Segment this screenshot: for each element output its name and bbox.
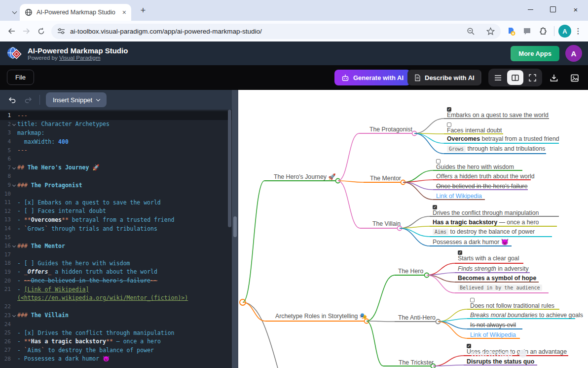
undo-icon[interactable]: [8, 96, 17, 104]
describe-with-ai-button[interactable]: Describe with AI: [407, 70, 481, 85]
mindmap-leaf[interactable]: Believed in by the audience: [458, 284, 542, 291]
mindmap-leaf[interactable]: Is not always evil: [470, 322, 516, 328]
editor-line[interactable]: 26- **Has a tragic backstory** — once a …: [0, 337, 232, 346]
fold-chevron-icon[interactable]: [12, 166, 16, 169]
editor-line[interactable]: 4 maxWidth: 400: [0, 137, 232, 146]
extensions-puzzle-icon[interactable]: [535, 24, 550, 39]
editor-line[interactable]: 14- `Grows` through trials and tribulati…: [0, 224, 232, 233]
download-icon[interactable]: [548, 72, 560, 84]
file-menu-button[interactable]: File: [7, 70, 34, 85]
fullscreen-view-icon[interactable]: [524, 70, 541, 85]
editor-line[interactable]: 22: [0, 302, 232, 311]
editor-line[interactable]: (<https://en.wikipedia.org/wiki/Mentor_(…: [0, 293, 232, 302]
url-bar[interactable]: ai-toolbox.visual-paradigm.com/app/ai-po…: [51, 24, 501, 39]
fold-chevron-icon[interactable]: [12, 244, 16, 247]
mindmap-leaf[interactable]: Link of Wikipedia: [436, 193, 482, 200]
mindmap-node-heros-journey[interactable]: The Hero's Journey 🚀: [274, 173, 336, 180]
mindmap-leaf[interactable]: Finds strength in adversity: [458, 265, 529, 272]
mindmap-leaf[interactable]: Uses deception to gain an advantage: [467, 348, 567, 355]
mindmap-node-villain[interactable]: The Villain: [372, 220, 401, 227]
comment-extension-icon[interactable]: [519, 24, 534, 39]
pane-divider-handle[interactable]: [233, 216, 237, 237]
insert-snippet-button[interactable]: Insert Snippet: [46, 92, 107, 107]
visual-paradigm-link[interactable]: Visual Paradigm: [59, 55, 101, 61]
mindmap-node-trickster[interactable]: The Trickster: [399, 359, 434, 366]
fold-chevron-icon[interactable]: [12, 123, 16, 126]
mindmap-leaf[interactable]: Embarks on a quest to save the world: [447, 112, 549, 119]
new-tab-button[interactable]: +: [137, 4, 149, 16]
editor-line[interactable]: 11- [x] Embarks on a quest to save the w…: [0, 198, 232, 207]
mindmap-leaf[interactable]: Starts with a clear goal: [458, 255, 519, 262]
tab-search-button[interactable]: [8, 6, 21, 16]
editor-line[interactable]: 16### The Mentor: [0, 242, 232, 250]
redo-icon[interactable]: [24, 96, 33, 104]
editor-line[interactable]: 19- _Offers_ a hidden truth about the wo…: [0, 268, 232, 277]
editor-line[interactable]: 7## The Hero's Journey 🚀: [0, 164, 232, 172]
mindmap-leaf[interactable]: Breaks moral boundaries to achieve goals: [470, 312, 583, 319]
forward-button[interactable]: [19, 24, 34, 39]
window-minimize-button[interactable]: [519, 0, 542, 19]
editor-line[interactable]: 2title: Character Archetypes: [0, 120, 232, 129]
mindmap-leaf[interactable]: Faces internal doubt: [447, 127, 502, 134]
url-text[interactable]: ai-toolbox.visual-paradigm.com/app/ai-po…: [70, 28, 458, 35]
editor-scrollbar[interactable]: [228, 110, 231, 227]
editor-line[interactable]: 6: [0, 155, 232, 164]
editor-line[interactable]: 15: [0, 233, 232, 242]
editor-line[interactable]: 27- `Aims` to destroy the balance of pow…: [0, 346, 232, 355]
window-close-button[interactable]: ×: [564, 0, 587, 19]
editor-line[interactable]: 20- ~~Once believed in the hero's failur…: [0, 276, 232, 285]
mindmap-leaf[interactable]: Link of Wikipedia: [470, 331, 516, 338]
back-button[interactable]: [4, 24, 19, 39]
editor-line[interactable]: 12- [ ] Faces internal doubt: [0, 207, 232, 216]
export-image-icon[interactable]: [568, 72, 581, 84]
mindmap-leaf[interactable]: Aims to destroy the balance of power: [433, 228, 535, 236]
zoom-icon[interactable]: [463, 24, 478, 39]
mindmap-node-anti-hero[interactable]: The Anti-Hero: [398, 314, 436, 321]
account-avatar[interactable]: A: [565, 45, 582, 62]
generate-with-ai-button[interactable]: Generate with AI: [334, 70, 410, 85]
browser-tab[interactable]: AI-Powered Markmap Studio ×: [20, 4, 131, 21]
mindmap-canvas[interactable]: The Hero's Journey 🚀Archetype Roles in S…: [238, 90, 588, 368]
editor-line[interactable]: 13- **Overcomes** betrayal from a truste…: [0, 215, 232, 224]
editor-line[interactable]: 21- [Link of Wikipedia]: [0, 285, 232, 294]
mindmap-leaf[interactable]: Offers a hidden truth about the world: [436, 173, 535, 180]
fold-chevron-icon[interactable]: [12, 314, 16, 317]
editor-line[interactable]: 23### The Villain: [0, 311, 232, 320]
editor-line[interactable]: 18- [ ] Guides the hero with wisdom: [0, 259, 232, 268]
window-maximize-button[interactable]: [542, 0, 564, 19]
reload-button[interactable]: [34, 24, 48, 39]
tab-close-icon[interactable]: ×: [122, 9, 126, 16]
editor-view-icon[interactable]: [490, 70, 506, 85]
site-settings-icon[interactable]: [57, 28, 65, 35]
editor-line[interactable]: 24: [0, 320, 232, 328]
mindmap-leaf[interactable]: Does not follow traditional rules: [470, 302, 554, 309]
editor-line[interactable]: 17: [0, 250, 232, 259]
editor-line[interactable]: 3markmap:: [0, 128, 232, 137]
mindmap-leaf[interactable]: Once believed in the hero's failure: [436, 183, 528, 190]
markdown-editor[interactable]: 1---2title: Character Archetypes3markmap…: [0, 110, 232, 368]
mindmap-node-protagonist[interactable]: The Protagonist: [369, 126, 412, 133]
mindmap-leaf[interactable]: Possesses a dark humor 😈: [433, 239, 509, 245]
mindmap-leaf[interactable]: Grows through trials and tribulations: [447, 145, 545, 153]
mindmap-leaf[interactable]: Guides the hero with wisdom: [436, 164, 514, 170]
editor-line[interactable]: 9### The Protagonist: [0, 181, 232, 190]
mindmap-leaf[interactable]: Has a tragic backstory — once a hero: [433, 219, 539, 226]
editor-line[interactable]: 5---: [0, 146, 232, 155]
split-view-icon[interactable]: [507, 70, 523, 85]
bookmark-star-icon[interactable]: [483, 24, 498, 39]
more-apps-button[interactable]: More Apps: [511, 46, 559, 61]
editor-line[interactable]: 8: [0, 172, 232, 181]
fold-chevron-icon[interactable]: [12, 183, 16, 187]
mindmap-node-hero[interactable]: The Hero: [398, 268, 423, 275]
mindmap-leaf[interactable]: Disrupts the status quo: [467, 358, 534, 365]
editor-line[interactable]: 28- Possesses a dark humor 😈: [0, 355, 232, 364]
editor-line[interactable]: 1---: [0, 111, 232, 120]
mindmap-leaf[interactable]: Overcomes betrayal from a trusted friend: [447, 135, 559, 142]
profile-avatar[interactable]: A: [558, 25, 571, 38]
mindmap-leaf[interactable]: Becomes a symbol of hope: [458, 275, 536, 282]
mindmap-leaf[interactable]: Drives the conflict through manipulation: [433, 209, 539, 216]
editor-line[interactable]: 10: [0, 189, 232, 198]
mindmap-node-archetype-roles[interactable]: Archetype Roles in Storytelling 🎭: [275, 313, 367, 320]
browser-menu-icon[interactable]: ⋮: [572, 27, 584, 36]
editor-line[interactable]: 25- [x] Drives the conflict through mani…: [0, 328, 232, 337]
